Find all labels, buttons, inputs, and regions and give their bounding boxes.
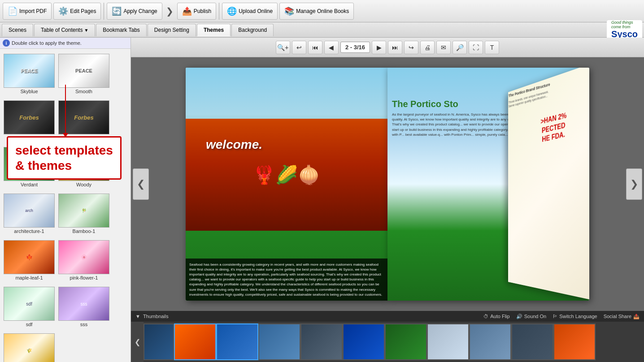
- nav-prev-button[interactable]: ❮: [133, 168, 149, 200]
- tooltip-text: select templates& themes: [15, 143, 113, 173]
- print-button[interactable]: 🖨: [420, 41, 435, 54]
- thumbnails-header-left: ▼ Thumbnails: [135, 314, 169, 319]
- flipping-page: The Portico Brand Structure Three brands…: [508, 68, 589, 301]
- theme-thumb-sdf: sdf: [4, 287, 55, 321]
- theme-label-bamboo: Bamboo-1: [73, 228, 96, 234]
- apply-arrow[interactable]: ❯: [163, 6, 176, 17]
- tab-table-of-contents[interactable]: Table of Contents ▼: [34, 24, 95, 36]
- theme-label-verdant: Verdant: [21, 182, 38, 187]
- theme-thumb-skyblue: PEACE: [4, 54, 55, 88]
- thumbnail-2[interactable]: [174, 323, 216, 360]
- tab-background[interactable]: Background: [231, 24, 274, 36]
- thumbnail-7[interactable]: [385, 323, 427, 360]
- edit-pages-button[interactable]: ⚙️ Edit Pages: [53, 3, 101, 20]
- book-viewer: ❮ 🦞🌽🧅 welcome. Seafood has been a consis…: [131, 57, 644, 311]
- theme-thumb-maple: 🍁: [4, 240, 55, 274]
- theme-item-skyblue[interactable]: PEACE Skyblue: [3, 52, 56, 96]
- auto-flip-button[interactable]: ⏱ Auto Flip: [483, 314, 509, 319]
- red-arrow-indicator: [65, 85, 66, 134]
- switch-language-label: Switch Language: [559, 314, 597, 319]
- first-page-button[interactable]: ⏮: [308, 41, 322, 54]
- thumbnails-filter-icon: ▼: [135, 314, 140, 319]
- social-share-button[interactable]: Social Share 📤: [604, 314, 640, 319]
- tab-scenes[interactable]: Scenes: [2, 24, 33, 36]
- book-icon: 📚: [284, 6, 294, 16]
- divider-2: [219, 3, 219, 20]
- last-page-button[interactable]: ⏭: [388, 41, 402, 54]
- viewer-toolbar: 🔍+ ↩ ⏮ ◀ 2 - 3/16 ▶ ⏭ ↪ 🖨 ✉ 🔎 ⛶ T: [131, 38, 644, 57]
- import-pdf-button[interactable]: 📄 Import PDF: [3, 3, 52, 20]
- thumbnails-header-right: ⏱ Auto Flip 🔊 Sound On 🏳 Switch Language…: [483, 314, 640, 319]
- page-indicator: 2 - 3/16: [340, 42, 370, 53]
- publish-button[interactable]: 📤 Publish: [177, 3, 216, 20]
- hint-bar: i Double click to apply the theme.: [0, 38, 131, 49]
- hint-text: Double click to apply the theme.: [12, 40, 82, 46]
- manage-online-books-label: Manage Online Books: [296, 8, 349, 14]
- flip-red-text: >HAN 2%PECTEDHE FDA.: [509, 102, 589, 152]
- apply-change-button[interactable]: 🔄 Apply Change: [107, 3, 162, 20]
- thumbnail-1[interactable]: [144, 323, 174, 360]
- book-page-right: The Portico Sto As the largest purveyor …: [387, 68, 589, 301]
- toolbar: 📄 Import PDF ⚙️ Edit Pages 🔄 Apply Chang…: [0, 0, 644, 22]
- go-back-button[interactable]: ↩: [292, 41, 306, 54]
- info-icon: i: [3, 39, 10, 47]
- forward-button[interactable]: ↪: [404, 41, 418, 54]
- tooltip-box: select templates& themes: [7, 136, 122, 180]
- theme-item-pink[interactable]: 🌸 pink-flower-1: [57, 238, 110, 283]
- pdf-icon: 📄: [8, 6, 17, 16]
- sound-on-button[interactable]: 🔊 Sound On: [516, 314, 547, 319]
- theme-item-straw[interactable]: 🌾 straw-1: [3, 331, 56, 362]
- book-page-left: 🦞🌽🧅 welcome. Seafood has been a consiste…: [186, 68, 387, 301]
- tab-themes[interactable]: Themes: [197, 24, 231, 36]
- theme-item-sss[interactable]: sss sss: [57, 284, 110, 329]
- zoom-in-button[interactable]: 🔍+: [276, 41, 290, 54]
- tab-bookmark-tabs[interactable]: Bookmark Tabs: [96, 24, 146, 36]
- next-page-button[interactable]: ▶: [372, 41, 386, 54]
- theme-item-sdf[interactable]: sdf sdf: [3, 284, 56, 329]
- theme-label-pink: pink-flower-1: [70, 275, 98, 280]
- thumbnail-11[interactable]: [553, 323, 596, 360]
- theme-thumb-sss: sss: [58, 287, 109, 321]
- theme-label-skyblue: Skyblue: [20, 89, 38, 94]
- manage-online-books-button[interactable]: 📚 Manage Online Books: [279, 3, 354, 20]
- thumbnails-section: ▼ Thumbnails ⏱ Auto Flip 🔊 Sound On 🏳 Sw…: [131, 311, 644, 362]
- theme-label-sdf: sdf: [26, 322, 33, 327]
- text-button[interactable]: T: [485, 41, 499, 54]
- import-pdf-label: Import PDF: [19, 8, 47, 14]
- divider-1: [104, 3, 104, 20]
- search-button[interactable]: 🔎: [453, 41, 467, 54]
- logo-tagline: Good things: [611, 20, 638, 25]
- theme-thumb-forbes2: Forbes: [58, 100, 109, 134]
- upload-icon: 🌐: [227, 6, 237, 16]
- fullscreen-button[interactable]: ⛶: [469, 41, 483, 54]
- thumb-toggle-button[interactable]: ❮: [131, 322, 144, 362]
- sysco-logo: Good things come from Sysco: [607, 20, 642, 40]
- tab-design-setting[interactable]: Design Setting: [148, 24, 196, 36]
- thumbnail-4[interactable]: [258, 323, 300, 360]
- switch-language-button[interactable]: 🏳 Switch Language: [553, 314, 597, 319]
- email-button[interactable]: ✉: [436, 41, 451, 54]
- toc-dropdown-icon: ▼: [84, 28, 88, 33]
- nav-next-button[interactable]: ❯: [626, 168, 642, 200]
- subtabs-bar: Scenes Table of Contents ▼ Bookmark Tabs…: [0, 22, 644, 38]
- thumbnail-3[interactable]: [216, 323, 258, 360]
- theme-label-smooth: Smooth: [75, 89, 92, 94]
- share-label: Social Share: [604, 314, 631, 319]
- prev-page-button[interactable]: ◀: [324, 41, 339, 54]
- thumbnail-8[interactable]: [427, 323, 469, 360]
- thumbnail-9[interactable]: [469, 323, 511, 360]
- thumbnail-10[interactable]: [511, 323, 553, 360]
- theme-thumb-bamboo: 🎋: [58, 194, 109, 228]
- thumbnail-6[interactable]: [343, 323, 385, 360]
- upload-online-button[interactable]: 🌐 Upload Online: [222, 3, 278, 20]
- thumbnail-5[interactable]: [300, 323, 343, 360]
- publish-icon: 📤: [182, 6, 192, 16]
- theme-item-maple[interactable]: 🍁 maple-leaf-1: [3, 238, 56, 283]
- edit-pages-label: Edit Pages: [70, 8, 96, 14]
- theme-item-arch[interactable]: arch architecture-1: [3, 191, 56, 236]
- page-bg-left: 🦞🌽🧅 welcome. Seafood has been a consiste…: [186, 68, 387, 301]
- theme-item-bamboo[interactable]: 🎋 Bamboo-1: [57, 191, 110, 236]
- upload-online-label: Upload Online: [239, 8, 273, 14]
- apply-icon: 🔄: [112, 6, 122, 16]
- theme-thumb-smooth: PEACE: [58, 54, 109, 88]
